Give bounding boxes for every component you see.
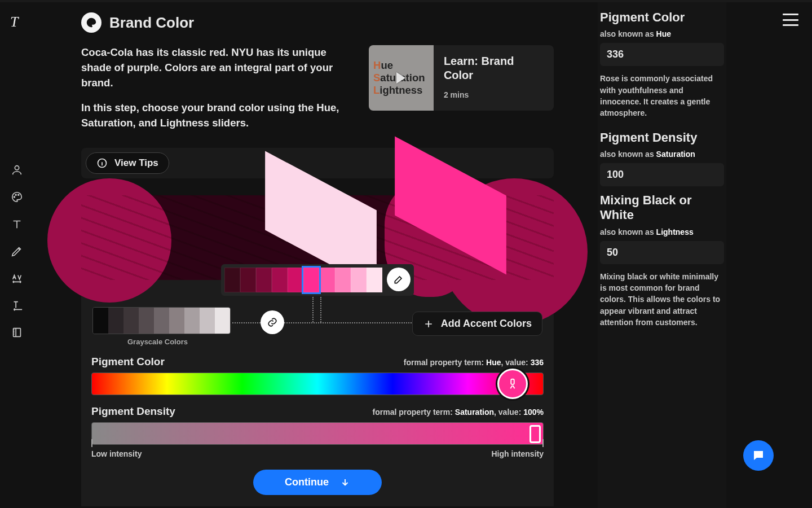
brand-swatch[interactable]: [256, 268, 272, 292]
high-intensity-label: High intensity: [491, 449, 544, 458]
intro-p2: In this step, choose your brand color us…: [81, 100, 352, 131]
nav-pen-icon[interactable]: [11, 245, 23, 260]
grayscale-swatch[interactable]: [169, 308, 184, 334]
grayscale-swatch[interactable]: [139, 308, 154, 334]
rp-sat-sub: also known as Saturation: [600, 150, 724, 159]
thumb-hue-label: Hue: [373, 59, 434, 72]
view-tips-button[interactable]: View Tips: [86, 152, 169, 174]
nav-text-icon[interactable]: [11, 218, 23, 233]
hue-slider-title: Pigment Color: [91, 356, 165, 368]
learn-title: Learn: Brand Color: [444, 54, 544, 82]
edit-swatch-button[interactable]: [387, 268, 411, 291]
grayscale-swatch[interactable]: [123, 308, 139, 334]
rp-hue-title: Pigment Color: [600, 10, 724, 25]
preview-card-light: [256, 181, 386, 260]
brand-swatch[interactable]: [240, 268, 256, 292]
learn-duration: 2 mins: [444, 90, 544, 99]
view-tips-label: View Tips: [114, 157, 158, 169]
grayscale-swatch[interactable]: [154, 308, 169, 334]
rp-light-sub: also known as Lightness: [600, 227, 724, 237]
page-title: Brand Color: [109, 14, 194, 32]
preview-area: Grayscale Colors Add Accent Colors Pigme…: [81, 195, 554, 506]
preview-hero: [81, 195, 554, 280]
video-thumbnail[interactable]: Hue Saturation Lightness: [369, 45, 434, 111]
hamburger-menu-icon[interactable]: [783, 14, 798, 26]
svg-point-5: [89, 22, 90, 23]
rp-light-title: Mixing Black or White: [600, 193, 724, 223]
brand-swatch[interactable]: [351, 268, 367, 292]
preview-card-brand: [386, 166, 515, 245]
nav-textstyle-icon[interactable]: [11, 299, 23, 314]
intro-text: Coca-Cola has its classic red. NYU has i…: [81, 45, 352, 131]
nav-palette-icon[interactable]: [11, 191, 23, 205]
learn-card[interactable]: Hue Saturation Lightness Learn: Brand Co…: [369, 45, 554, 111]
svg-point-7: [92, 20, 94, 21]
grayscale-label: Grayscale Colors: [127, 338, 188, 346]
grayscale-swatch[interactable]: [184, 308, 200, 334]
svg-point-3: [18, 194, 19, 195]
brand-swatch[interactable]: [319, 268, 335, 292]
grayscale-swatch[interactable]: [200, 308, 215, 334]
left-nav-rail: [0, 164, 34, 341]
grayscale-swatch-row[interactable]: [92, 307, 231, 334]
saturation-slider-handle[interactable]: [529, 425, 541, 443]
brand-swatch[interactable]: [272, 268, 288, 292]
chat-fab[interactable]: [743, 440, 774, 471]
grayscale-swatch[interactable]: [93, 308, 108, 334]
brand-swatch[interactable]: [303, 268, 319, 292]
lightness-input[interactable]: 50: [600, 241, 724, 264]
right-panel: Pigment Color also known as Hue 336 Rose…: [598, 2, 726, 508]
link-icon[interactable]: [261, 310, 284, 334]
nav-kerning-icon[interactable]: [11, 272, 23, 287]
chat-icon: [752, 449, 765, 462]
hue-description: Rose is commonly associated with youthfu…: [600, 73, 724, 119]
grayscale-swatch[interactable]: [108, 308, 123, 334]
nav-profile-icon[interactable]: [11, 164, 23, 178]
plus-icon: [423, 318, 434, 330]
play-icon[interactable]: [396, 72, 405, 84]
add-accent-button[interactable]: Add Accent Colors: [412, 312, 542, 336]
hue-slider-handle[interactable]: [497, 369, 528, 399]
brand-swatch-row: [221, 264, 414, 296]
svg-rect-4: [14, 329, 21, 337]
palette-icon: [81, 12, 102, 33]
hue-slider-meta: formal property term: Hue, value: 336: [404, 358, 544, 367]
continue-label: Continue: [285, 476, 329, 488]
svg-point-2: [15, 194, 16, 195]
thumb-light-label: Lightness: [373, 84, 434, 97]
hue-input[interactable]: 336: [600, 43, 724, 66]
hue-slider-track[interactable]: [91, 373, 544, 395]
cursor-hand-icon: [506, 378, 519, 390]
low-intensity-label: Low intensity: [91, 449, 142, 458]
svg-point-1: [14, 196, 15, 198]
lightness-description: Mixing black or white minimally is most …: [600, 271, 724, 328]
arrow-down-icon: [340, 478, 350, 488]
main-content: Brand Color Coca-Cola has its classic re…: [81, 7, 554, 506]
brand-swatch[interactable]: [224, 268, 240, 292]
svg-rect-9: [511, 379, 515, 384]
brand-swatch[interactable]: [335, 268, 351, 292]
svg-point-0: [15, 166, 19, 170]
add-accent-label: Add Accent Colors: [441, 318, 532, 330]
nav-book-icon[interactable]: [11, 326, 23, 341]
saturation-input[interactable]: 100: [600, 163, 724, 186]
app-logo[interactable]: T: [10, 14, 18, 30]
brand-swatch[interactable]: [367, 268, 382, 292]
rp-hue-sub: also known as Hue: [600, 29, 724, 38]
info-icon: [96, 157, 108, 169]
saturation-slider-title: Pigment Density: [91, 405, 175, 418]
continue-button[interactable]: Continue: [253, 470, 382, 495]
brand-swatch[interactable]: [288, 268, 303, 292]
rp-sat-title: Pigment Density: [600, 130, 724, 145]
svg-point-6: [90, 20, 91, 21]
saturation-slider-track[interactable]: [91, 422, 544, 445]
intro-p1: Coca-Cola has its classic red. NYU has i…: [81, 45, 352, 90]
saturation-slider-meta: formal property term: Saturation, value:…: [373, 408, 544, 417]
grayscale-swatch[interactable]: [215, 308, 230, 334]
